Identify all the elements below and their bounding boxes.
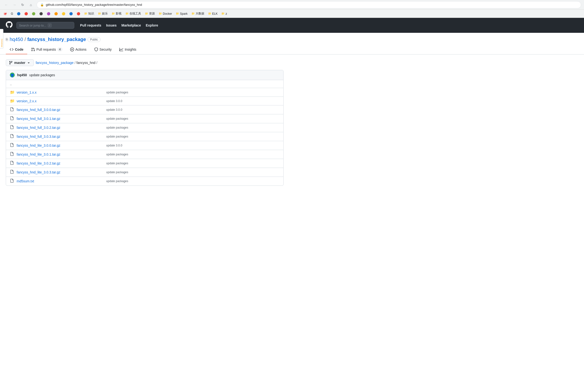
- search-bar[interactable]: Search or jump to... /: [16, 22, 74, 29]
- file-icon: [10, 107, 14, 112]
- bookmark-ext1[interactable]: 🔵: [15, 12, 22, 16]
- bookmark-gh[interactable]: 🐙: [2, 12, 8, 16]
- breadcrumb-repo[interactable]: fancyss_history_package: [36, 61, 73, 65]
- browser-nav: ← → ↻ ⌂: [3, 2, 34, 8]
- file-name-8[interactable]: fancyss_hnd_lite_3.0.2.tar.gz: [17, 162, 103, 165]
- tab-actions[interactable]: Actions: [66, 45, 90, 54]
- file-row-highlighted: fancyss_hnd_full_3.0.3.tar.gz update pac…: [6, 132, 283, 141]
- bookmark-online-tools[interactable]: 📁 在线工具: [124, 11, 142, 16]
- file-name-4[interactable]: fancyss_hnd_full_3.0.2.tar.gz: [17, 126, 103, 130]
- octotree-panel[interactable]: Octotree: [0, 29, 3, 48]
- commit-author: hq450: [17, 73, 27, 77]
- breadcrumb-slash: /: [96, 61, 97, 65]
- bookmark-ext4[interactable]: ⚫: [38, 12, 44, 16]
- file-icon: [10, 143, 14, 148]
- nav-pull-requests[interactable]: Pull requests: [80, 24, 101, 27]
- bookmark-spark[interactable]: 📁 Spark: [174, 12, 189, 16]
- file-name-6[interactable]: fancyss_hnd_lite_3.0.0.tar.gz: [17, 144, 103, 148]
- forward-button[interactable]: →: [11, 2, 18, 8]
- github-logo[interactable]: [6, 21, 12, 30]
- nav-issues[interactable]: Issues: [106, 24, 117, 27]
- file-name-2[interactable]: fancyss_hnd_full_3.0.0.tar.gz: [17, 108, 103, 112]
- nav-explore[interactable]: Explore: [146, 24, 158, 27]
- file-icon: [10, 179, 14, 184]
- file-name-3[interactable]: fancyss_hnd_full_3.0.1.tar.gz: [17, 117, 103, 120]
- bookmark-z[interactable]: 📁 z: [220, 12, 228, 16]
- tab-code-label: Code: [15, 48, 23, 52]
- lock-icon: 🔒: [40, 3, 44, 6]
- file-commit-1: update 3.0.0: [106, 100, 279, 103]
- file-row: md5sum.txt update packages: [6, 177, 283, 186]
- tab-code[interactable]: Code: [6, 45, 27, 54]
- file-commit-8: update packages: [106, 162, 279, 165]
- file-icon: [10, 134, 14, 139]
- reload-button[interactable]: ↻: [19, 2, 26, 8]
- bookmark-ziyuan[interactable]: 📁 资源: [143, 11, 156, 16]
- file-icon: [10, 152, 14, 157]
- file-commit-7: update packages: [106, 153, 279, 156]
- tab-insights[interactable]: Insights: [115, 45, 140, 54]
- file-table: hq450 update packages .. 📁 version_1.x.x…: [6, 70, 284, 186]
- bookmark-bigdata[interactable]: 📁 大数据: [190, 11, 206, 16]
- commit-message: update packages: [29, 73, 55, 77]
- breadcrumb-sep-1: /: [74, 61, 75, 65]
- branch-bar: master fancyss_history_package / fancyss…: [6, 59, 284, 66]
- file-commit-0: update packages: [106, 91, 279, 94]
- file-name-10[interactable]: md5sum.txt: [17, 179, 103, 183]
- tab-insights-label: Insights: [125, 48, 136, 52]
- home-button[interactable]: ⌂: [27, 2, 34, 8]
- bookmark-ext2[interactable]: 🔴: [23, 12, 29, 16]
- file-name-0[interactable]: version_1.x.x: [17, 90, 103, 94]
- bookmark-ext8[interactable]: 🔵: [68, 12, 74, 16]
- file-row: fancyss_hnd_full_3.0.0.tar.gz update 3.0…: [6, 106, 283, 114]
- file-row: 📁 version_1.x.x update packages: [6, 88, 283, 97]
- file-commit-9: update packages: [106, 170, 279, 174]
- file-name-5[interactable]: fancyss_hnd_full_3.0.3.tar.gz: [17, 134, 103, 138]
- branch-selector[interactable]: master: [6, 59, 34, 66]
- bookmark-zhishi[interactable]: 📁 知识: [83, 11, 95, 16]
- commit-avatar: [10, 72, 15, 78]
- bookmark-ext6[interactable]: 🟠: [53, 12, 59, 16]
- file-row: fancyss_hnd_lite_3.0.1.tar.gz update pac…: [6, 150, 283, 159]
- octotree-label: Octotree: [1, 39, 3, 47]
- file-row: fancyss_hnd_full_3.0.2.tar.gz update pac…: [6, 123, 283, 132]
- github-nav: Pull requests Issues Marketplace Explore: [80, 24, 158, 27]
- address-bar[interactable]: 🔒 github.com/hq450/fancyss_history_packa…: [37, 1, 581, 8]
- file-icon: [10, 125, 14, 130]
- folder-icon: 📁: [10, 90, 14, 94]
- breadcrumb: fancyss_history_package / fancyss_hnd /: [36, 61, 97, 65]
- repo-owner[interactable]: hq450: [10, 37, 23, 42]
- bookmark-ext3[interactable]: 🟢: [30, 12, 37, 16]
- search-text: Search or jump to...: [19, 24, 46, 27]
- tab-actions-label: Actions: [75, 48, 86, 52]
- bookmark-ext9[interactable]: 🔴: [75, 12, 82, 16]
- tab-pr-label: Pull requests: [36, 48, 56, 52]
- bookmark-yule[interactable]: 📁 娱乐: [96, 11, 109, 16]
- bookmark-ext5[interactable]: 🟣: [45, 12, 52, 16]
- pr-count: 4: [57, 48, 62, 52]
- tab-pull-requests[interactable]: Pull requests 4: [27, 45, 66, 54]
- file-name-7[interactable]: fancyss_hnd_lite_3.0.1.tar.gz: [17, 152, 103, 156]
- bookmark-ext7[interactable]: 🟡: [60, 12, 67, 16]
- file-commit-10: update packages: [106, 180, 279, 183]
- parent-dir-row[interactable]: ..: [6, 80, 283, 88]
- file-row: fancyss_hnd_lite_3.0.0.tar.gz update 3.0…: [6, 141, 283, 150]
- file-name-1[interactable]: version_2.x.x: [17, 99, 103, 103]
- repo-name[interactable]: fancyss_history_package: [27, 37, 86, 42]
- file-icon: [10, 170, 14, 175]
- github-header: Search or jump to... / Pull requests Iss…: [0, 18, 584, 33]
- file-row: fancyss_hnd_full_3.0.1.tar.gz update pac…: [6, 114, 283, 123]
- file-commit-4: update packages: [106, 126, 279, 129]
- bookmark-elk[interactable]: 📁 ELK: [207, 12, 219, 16]
- nav-marketplace[interactable]: Marketplace: [121, 24, 141, 27]
- file-commit-5: update packages: [106, 135, 279, 138]
- bookmark-yingshi[interactable]: 📁 影视: [110, 11, 123, 16]
- repo-tabs: Code Pull requests 4 Actions Security: [6, 45, 578, 54]
- url-text: github.com/hq450/fancyss_history_package…: [46, 3, 142, 6]
- repo-icon: ⎘: [6, 38, 8, 42]
- back-button[interactable]: ←: [3, 2, 10, 8]
- bookmark-g[interactable]: G: [9, 12, 14, 16]
- file-name-9[interactable]: fancyss_hnd_lite_3.0.3.tar.gz: [17, 170, 103, 174]
- bookmark-docker[interactable]: 📁 Docker: [157, 12, 173, 16]
- tab-security[interactable]: Security: [90, 45, 116, 54]
